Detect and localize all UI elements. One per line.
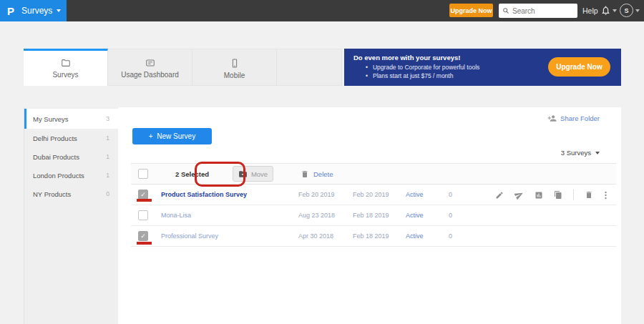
sidebar-item-london-products[interactable]: London Products 1 [24,166,118,185]
tab-label: Surveys [52,71,78,79]
selection-toolbar: 2 Selected Move Delete [131,163,616,185]
notifications-bell-icon[interactable] [600,5,611,19]
chevron-down-icon [57,9,61,12]
more-options-icon[interactable] [604,190,608,200]
divider [573,190,574,200]
sidebar-item-ny-products[interactable]: NY Products 0 [24,185,118,203]
trash-icon [301,170,309,179]
folder-icon [60,58,72,68]
status-link[interactable]: Active [400,232,443,240]
selected-count-label: 2 Selected [175,170,209,178]
person-add-icon [547,114,557,123]
banner-bullet: Upgrade to Corporate for powerful tools [366,64,479,71]
search-icon [502,7,509,14]
user-avatar[interactable]: S [620,4,633,17]
tab-surveys[interactable]: Surveys [24,49,108,86]
search-box [499,4,577,18]
new-survey-button[interactable]: + New Survey [132,128,212,144]
surveys-count-label: 3 Surveys [561,149,591,157]
created-date: Apr 30 2018 [293,232,347,240]
survey-title-link[interactable]: Product Satisfaction Survey [155,191,293,198]
move-label: Move [251,170,268,178]
row-actions [495,185,608,205]
promo-banner: Do even more with your surveys! Upgrade … [344,49,621,86]
table-row: ✓ Professional Survey Apr 30 2018 Feb 18… [131,226,616,247]
created-date: Aug 23 2018 [293,212,347,219]
surveys-table: 2 Selected Move Delete ✓ Product Satisfa… [131,163,616,247]
brand-logo-icon: P [7,5,14,17]
tab-mobile[interactable]: Mobile [192,49,277,86]
banner-bullet: Plans start at just $75 / month [366,72,453,79]
folder-count: 1 [106,134,109,142]
folder-count: 1 [106,172,109,179]
delete-label: Delete [313,170,333,178]
delete-button[interactable]: Delete [301,170,333,179]
copy-icon[interactable] [554,190,562,200]
sidebar-item-my-surveys[interactable]: My Surveys 3 [24,109,118,129]
folder-count: 1 [106,153,109,160]
folder-move-icon [238,170,248,179]
folders-sidebar: My Surveys 3 Delhi Products 1 Dubai Prod… [24,107,118,324]
upgrade-now-button[interactable]: Upgrade Now [449,4,493,17]
modified-date: Feb 18 2019 [347,212,400,219]
tab-usage-dashboard[interactable]: Usage Dashboard [108,49,192,86]
main-content: Share Folder + New Survey 3 Surveys 2 Se… [118,107,621,324]
tab-strip: Surveys Usage Dashboard Mobile [24,49,342,86]
plus-icon: + [149,132,153,140]
select-all-checkbox[interactable] [138,169,148,179]
folder-label: NY Products [33,190,71,198]
sidebar-item-dubai-products[interactable]: Dubai Products 1 [24,147,118,166]
folder-label: My Surveys [33,115,69,123]
tab-label: Usage Dashboard [121,71,179,79]
page: P Surveys Upgrade Now Help S Surveys Usa… [0,0,644,324]
folder-label: Delhi Products [33,134,77,142]
sidebar-item-delhi-products[interactable]: Delhi Products 1 [24,129,118,147]
product-menu-label: Surveys [21,6,52,16]
chevron-down-icon [635,9,640,12]
folder-count: 0 [106,190,109,197]
folder-count: 3 [106,115,109,122]
help-link[interactable]: Help [582,0,598,21]
modified-date: Feb 18 2019 [347,232,400,240]
product-menu[interactable]: P Surveys [0,0,67,21]
table-row: ✓ Product Satisfaction Survey Feb 20 201… [131,185,616,205]
status-link[interactable]: Active [400,212,443,219]
chevron-down-icon [595,152,600,154]
status-link[interactable]: Active [400,191,443,198]
folder-label: London Products [33,172,84,180]
row-checkbox[interactable]: ✓ [138,190,148,200]
row-checkbox[interactable] [138,210,148,220]
new-survey-label: New Survey [157,132,195,140]
responses-count: 0 [443,232,483,240]
trash-icon[interactable] [585,190,593,200]
surveys-count-dropdown[interactable]: 3 Surveys [561,149,600,157]
tab-label: Mobile [224,72,245,79]
modified-date: Feb 20 2019 [347,191,400,198]
mobile-icon [230,58,240,69]
dashboard-icon [145,58,156,68]
responses-count: 0 [443,191,483,198]
table-row: Mona-Lisa Aug 23 2018 Feb 18 2019 Active… [131,205,616,226]
responses-count: 0 [443,212,483,219]
reports-chart-icon[interactable] [535,191,543,200]
annotation-underline-row3-checkbox [137,242,152,245]
top-bar: P Surveys Upgrade Now Help S [0,0,644,21]
share-folder-link[interactable]: Share Folder [547,114,600,123]
send-icon[interactable] [514,190,524,200]
chevron-down-icon [613,9,617,12]
folder-label: Dubai Products [33,153,79,161]
banner-upgrade-button[interactable]: Upgrade Now [548,57,610,77]
move-button[interactable]: Move [233,166,273,182]
edit-pencil-icon[interactable] [495,191,504,200]
annotation-underline-row1-checkbox [137,199,152,202]
search-input[interactable] [512,7,574,15]
created-date: Feb 20 2019 [293,191,347,198]
survey-title-link[interactable]: Mona-Lisa [155,212,293,219]
share-folder-label: Share Folder [560,114,600,122]
banner-title: Do even more with your surveys! [353,54,460,62]
survey-title-link[interactable]: Professional Survey [155,232,293,240]
row-checkbox[interactable]: ✓ [138,231,148,241]
